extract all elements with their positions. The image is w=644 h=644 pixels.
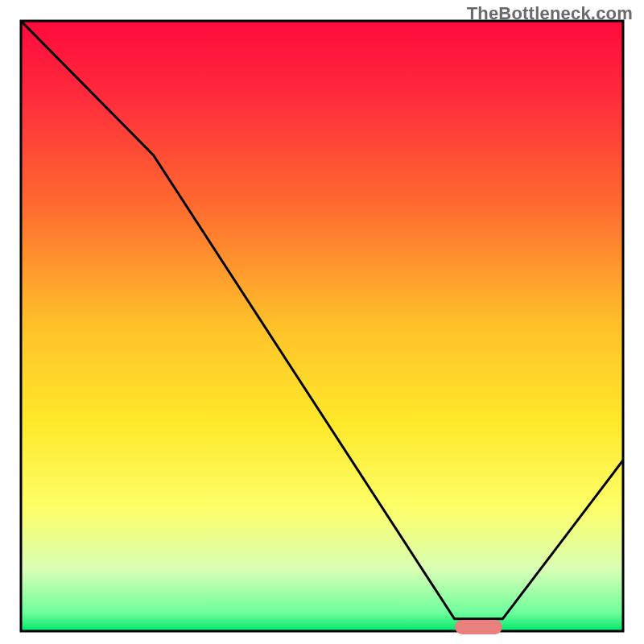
watermark: TheBottleneck.com bbox=[467, 3, 633, 24]
optimal-range-marker bbox=[455, 620, 503, 634]
chart-stage: TheBottleneck.com bbox=[0, 0, 644, 644]
bottleneck-chart bbox=[0, 0, 644, 644]
